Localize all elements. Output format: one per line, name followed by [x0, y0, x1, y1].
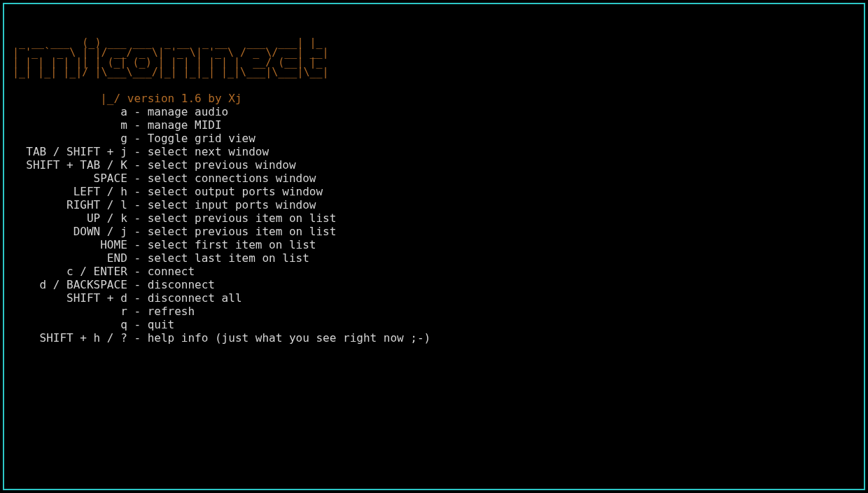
version-line: |_/ version 1.6 by Xj	[40, 92, 242, 105]
help-row: g - Toggle grid view	[13, 132, 855, 145]
help-row: c / ENTER - connect	[13, 265, 855, 278]
help-row: UP / k - select previous item on list	[13, 211, 855, 225]
help-row: TAB / SHIFT + j - select next window	[13, 145, 855, 158]
help-row: SHIFT + TAB / K - select previous window	[13, 158, 855, 172]
help-row: SHIFT + d - disconnect all	[13, 291, 855, 305]
help-row: SHIFT + h / ? - help info (just what you…	[13, 331, 855, 345]
help-row: LEFT / h - select output ports window	[13, 185, 855, 198]
help-row: SPACE - select connections window	[13, 172, 855, 185]
help-row: HOME - select first item on list	[13, 238, 855, 251]
version-prefix: |_/	[40, 92, 127, 105]
terminal-content: _ __ ___ (_) ___ ___ _ __ _ __ ___ ___| …	[4, 4, 864, 378]
help-row: DOWN / j - select previous item on list	[13, 225, 855, 238]
help-list: a - manage audio m - manage MIDI g - Tog…	[13, 105, 855, 345]
help-row: q - quit	[13, 318, 855, 331]
help-row: RIGHT / l - select input ports window	[13, 198, 855, 211]
version-text: version 1.6 by Xj	[127, 92, 242, 105]
help-row: m - manage MIDI	[13, 118, 855, 132]
help-row: r - refresh	[13, 305, 855, 318]
ascii-logo: _ __ ___ (_) ___ ___ _ __ _ __ ___ ___| …	[13, 38, 855, 77]
help-row: d / BACKSPACE - disconnect	[13, 278, 855, 291]
help-row: a - manage audio	[13, 105, 855, 118]
terminal-frame: _ __ ___ (_) ___ ___ _ __ _ __ ___ ___| …	[3, 3, 865, 490]
help-row: END - select last item on list	[13, 251, 855, 265]
